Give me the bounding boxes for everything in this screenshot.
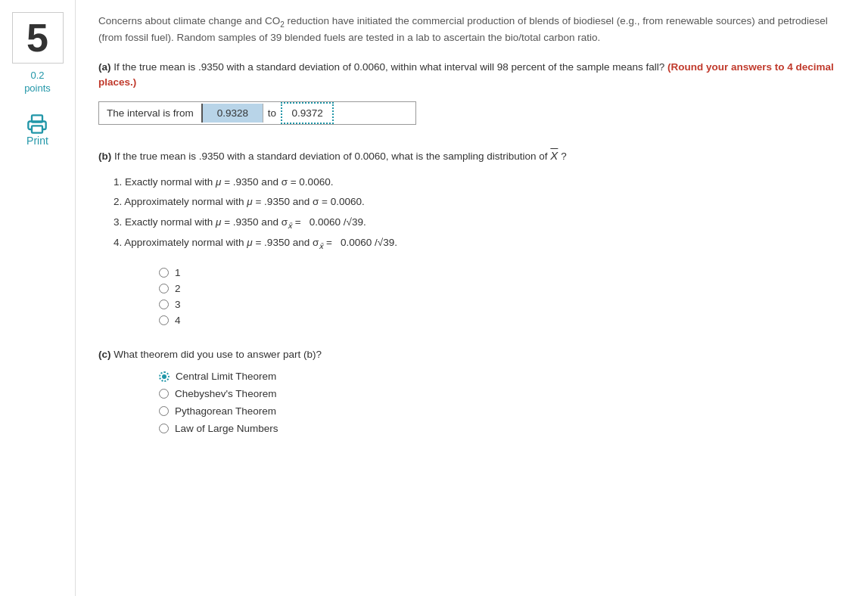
option-1: 1. Exactly normal with μ = .9350 and σ =… (114, 173, 845, 191)
part-a-question: (a) If the true mean is .9350 with a sta… (98, 60, 845, 91)
radio-option-4[interactable]: 4 (159, 315, 845, 326)
radio-4-input[interactable] (159, 315, 169, 325)
pythagorean-label: Pythagorean Theorem (175, 405, 276, 417)
main-content: Concerns about climate change and CO2 re… (76, 0, 868, 596)
points-value: 0.2 (30, 70, 44, 81)
central-limit-label: Central Limit Theorem (176, 371, 276, 382)
radio-1-input[interactable] (159, 268, 169, 278)
radio-option-1[interactable]: 1 (159, 267, 845, 278)
part-b-label: (b) (98, 151, 111, 162)
question-number: 5 (12, 12, 64, 64)
radio-pythagorean[interactable]: Pythagorean Theorem (159, 405, 845, 417)
chebyshev-label: Chebyshev's Theorem (175, 388, 276, 399)
part-a-label: (a) (98, 61, 111, 73)
radio-2-label: 2 (175, 283, 181, 294)
option-2: 2. Approximately normal with μ = .9350 a… (114, 193, 845, 211)
radio-1-label: 1 (175, 267, 181, 278)
interval-label: The interval is from (99, 104, 203, 123)
radio-option-3[interactable]: 3 (159, 299, 845, 310)
part-b-section: (b) If the true mean is .9350 with a sta… (98, 147, 845, 326)
interval-to-text: to (263, 104, 281, 123)
radio-3-input[interactable] (159, 300, 169, 309)
radio-chebyshev[interactable]: Chebyshev's Theorem (159, 388, 845, 399)
radio-4-label: 4 (175, 315, 181, 326)
radio-central-limit[interactable]: Central Limit Theorem (159, 371, 845, 382)
radio-law-large-numbers-input[interactable] (159, 424, 169, 433)
interval-value-to[interactable]: 0.9372 (281, 102, 334, 124)
interval-value-from[interactable]: 0.9328 (203, 104, 263, 123)
part-b-radio-group: 1 2 3 4 (159, 267, 845, 326)
option-4: 4. Approximately normal with μ = .9350 a… (114, 234, 845, 253)
radio-option-2[interactable]: 2 (159, 283, 845, 294)
answer-options-list: 1. Exactly normal with μ = .9350 and σ =… (98, 173, 845, 253)
part-a-text: If the true mean is .9350 with a standar… (114, 61, 667, 73)
part-c-radio-group: Central Limit Theorem Chebyshev's Theore… (159, 371, 845, 434)
radio-law-large-numbers[interactable]: Law of Large Numbers (159, 423, 845, 434)
radio-pythagorean-input[interactable] (159, 406, 169, 416)
intro-paragraph: Concerns about climate change and CO2 re… (98, 14, 845, 46)
part-b-text: If the true mean is .9350 with a standar… (114, 151, 567, 162)
print-button[interactable]: Print (26, 113, 48, 147)
dotted-radio-icon (159, 371, 170, 382)
part-b-question: (b) If the true mean is .9350 with a sta… (98, 147, 845, 165)
radio-2-input[interactable] (159, 284, 169, 293)
option-3: 3. Exactly normal with μ = .9350 and σx̄… (114, 213, 845, 233)
intro-text-start: Concerns about climate change and CO2 re… (98, 15, 828, 43)
interval-row: The interval is from 0.9328 to 0.9372 (98, 101, 416, 125)
part-a-section: (a) If the true mean is .9350 with a sta… (98, 60, 845, 125)
dotted-radio-fill (162, 374, 166, 379)
print-label: Print (26, 135, 48, 147)
points-text: points (24, 82, 51, 94)
points-label: 0.2 points (24, 70, 51, 95)
svg-rect-1 (32, 126, 42, 132)
radio-chebyshev-input[interactable] (159, 389, 169, 399)
part-c-label: (c) (98, 349, 111, 360)
part-c-section: (c) What theorem did you use to answer p… (98, 349, 845, 434)
law-large-numbers-label: Law of Large Numbers (175, 423, 278, 434)
print-icon (26, 113, 48, 135)
sidebar: 5 0.2 points Print (0, 0, 76, 596)
radio-3-label: 3 (175, 299, 181, 310)
part-c-question: (c) What theorem did you use to answer p… (98, 349, 845, 360)
part-c-text: What theorem did you use to answer part … (114, 349, 322, 360)
